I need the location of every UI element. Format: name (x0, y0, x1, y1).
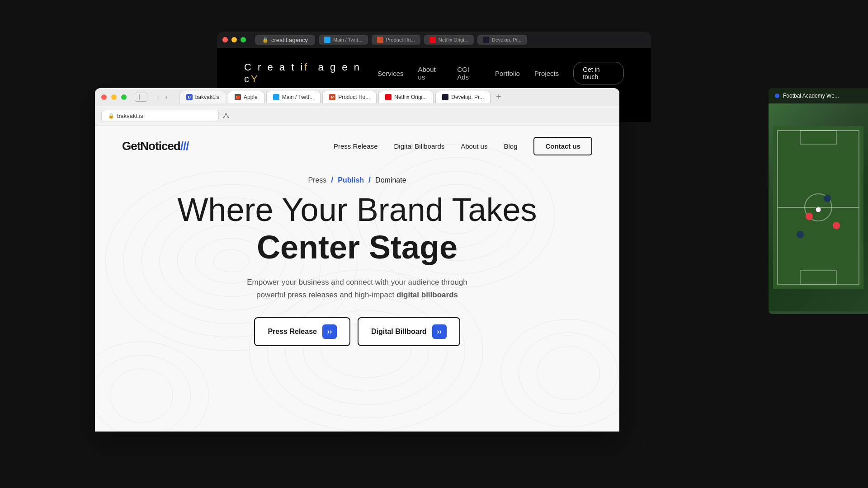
forward-arrow-button[interactable]: › (163, 93, 169, 101)
tab-netflix[interactable]: Netflix Origi... (378, 91, 434, 103)
minimize-button[interactable] (111, 94, 117, 100)
sidebar-toggle-button[interactable] (135, 93, 147, 102)
nav-arrows: ‹ › (156, 93, 170, 101)
creatif-tabs: Main / Twitt... Product Hu... Netflix Or… (319, 35, 646, 45)
add-tab-button[interactable]: + (492, 92, 505, 102)
nav-about-us[interactable]: About us (461, 142, 487, 150)
nav-blog[interactable]: Blog (504, 142, 517, 150)
share-icon[interactable] (222, 113, 230, 120)
main-browser-window: ‹ › B bakvakt.is 🍎 Apple Main / Twitt...… (95, 88, 619, 432)
creatif-titlebar: 🔒 creatif.agency Main / Twitt... Product… (217, 32, 651, 48)
creatif-nav-about[interactable]: About us (418, 66, 443, 81)
creatif-address-bar[interactable]: 🔒 creatif.agency (255, 35, 315, 45)
tagline-press: Press (308, 176, 326, 184)
svg-point-24 (110, 369, 173, 422)
tab-favicon-ph: P (329, 94, 335, 100)
svg-line-3 (226, 114, 228, 117)
right-panel-dot (775, 94, 779, 98)
nav-digital-billboards[interactable]: Digital Billboards (394, 142, 445, 150)
tab-label-apple: Apple (244, 94, 258, 100)
hero-cta-row: Press Release ›› Digital Billboard ›› (95, 317, 619, 346)
tab-favicon-twitter (273, 94, 279, 100)
creatif-nav-services[interactable]: Services (377, 70, 404, 77)
tagline-slash-2: / (368, 175, 371, 185)
creatif-lock-icon: 🔒 (262, 37, 269, 43)
tab-label-twitter: Main / Twitt... (282, 94, 314, 100)
press-release-btn-label: Press Release (268, 328, 317, 336)
creatif-tab-ph[interactable]: Product Hu... (372, 35, 420, 45)
contact-us-button[interactable]: Contact us (533, 137, 592, 155)
svg-point-37 (797, 231, 804, 238)
toolbar: 🔒 bakvakt.is (95, 106, 619, 126)
creatif-close-dot[interactable] (222, 37, 228, 42)
hero-title-line2: Center Stage (95, 230, 619, 265)
hero-title-line1: Where Your Brand Takes (95, 192, 619, 228)
right-panel-title: Footbal Academy We... (783, 93, 839, 99)
website-content: GetNoticed/// Press Release Digital Bill… (95, 126, 619, 432)
creatif-nav: Services About us CGI Ads Portfolio Proj… (377, 62, 624, 84)
svg-point-36 (824, 195, 831, 202)
tab-favicon-develop (442, 94, 448, 100)
back-arrow-button[interactable]: ‹ (156, 93, 161, 101)
subtitle-press-releases: press releases (288, 291, 338, 299)
press-release-cta-button[interactable]: Press Release ›› (254, 317, 350, 346)
logo-noticed: Noticed (140, 139, 180, 153)
creatif-tab-twitter[interactable]: Main / Twitt... (319, 35, 368, 45)
tab-label-ph: Product Hu... (338, 94, 370, 100)
creatif-tab-develop[interactable]: Develop. Pr... (477, 35, 527, 45)
tab-twitter[interactable]: Main / Twitt... (266, 91, 321, 103)
right-panel: Footbal Academy We... (769, 88, 868, 314)
tab-favicon-apple: 🍎 (235, 94, 241, 100)
site-logo: GetNoticed/// (122, 139, 189, 153)
lock-icon: 🔒 (108, 113, 114, 119)
address-bar[interactable]: 🔒 bakvakt.is (101, 110, 219, 122)
tab-bakvakt[interactable]: B bakvakt.is (179, 91, 226, 103)
creatif-get-in-touch-button[interactable]: Get in touch (573, 62, 624, 84)
tagline-dominate: Dominate (375, 176, 406, 184)
creatif-logo: C r e a t if a g e n cY (244, 61, 377, 85)
url-text: bakvakt.is (117, 113, 143, 119)
logo-get: Get (122, 139, 140, 153)
hero-tagline: Press / Publish / Dominate (95, 175, 619, 185)
creatif-tab-netflix[interactable]: Netflix Origi... (424, 35, 474, 45)
hero-section: Press / Publish / Dominate Where Your Br… (95, 166, 619, 346)
svg-point-27 (537, 346, 600, 400)
tab-develop[interactable]: Develop. Pr... (435, 91, 491, 103)
tab-producthunt[interactable]: P Product Hu... (322, 91, 377, 103)
tab-label-bakvakt: bakvakt.is (195, 94, 219, 100)
digital-billboard-cta-button[interactable]: Digital Billboard ›› (358, 317, 460, 346)
tagline-publish: Publish (338, 176, 364, 184)
hero-subtitle: Empower your business and connect with y… (240, 276, 475, 300)
svg-line-4 (224, 114, 226, 117)
tab-favicon-bakvakt: B (186, 94, 193, 100)
titlebar: ‹ › B bakvakt.is 🍎 Apple Main / Twitt...… (95, 88, 619, 106)
creatif-nav-cgi[interactable]: CGI Ads (457, 66, 481, 81)
svg-point-38 (833, 222, 840, 229)
tab-apple[interactable]: 🍎 Apple (228, 91, 264, 103)
close-button[interactable] (101, 94, 107, 100)
creatif-nav-projects[interactable]: Projects (534, 70, 559, 77)
site-nav-links: Press Release Digital Billboards About u… (334, 137, 592, 155)
svg-point-23 (95, 355, 191, 432)
creatif-fullscreen-dot[interactable] (241, 37, 246, 42)
right-panel-header: Footbal Academy We... (769, 88, 868, 103)
svg-point-39 (816, 207, 821, 212)
tab-favicon-netflix (385, 94, 392, 100)
right-panel-image (769, 103, 868, 311)
digital-billboard-btn-arrow: ›› (432, 324, 447, 339)
subtitle-digital-billboards: digital billboards (396, 291, 458, 299)
press-release-btn-arrow: ›› (322, 324, 337, 339)
tab-label-netflix: Netflix Origi... (394, 94, 427, 100)
fullscreen-button[interactable] (121, 94, 127, 100)
creatif-nav-portfolio[interactable]: Portfolio (495, 70, 520, 77)
svg-point-22 (95, 342, 209, 432)
nav-press-release[interactable]: Press Release (334, 142, 378, 150)
tab-label-develop: Develop. Pr... (451, 94, 484, 100)
creatif-minimize-dot[interactable] (231, 37, 237, 42)
creatif-url-text: creatif.agency (271, 37, 308, 43)
digital-billboard-btn-label: Digital Billboard (371, 328, 427, 336)
tabs-bar: B bakvakt.is 🍎 Apple Main / Twitt... P P… (179, 91, 613, 103)
site-nav: GetNoticed/// Press Release Digital Bill… (95, 126, 619, 166)
tagline-slash-1: / (331, 175, 333, 185)
logo-slashes: /// (180, 139, 189, 153)
